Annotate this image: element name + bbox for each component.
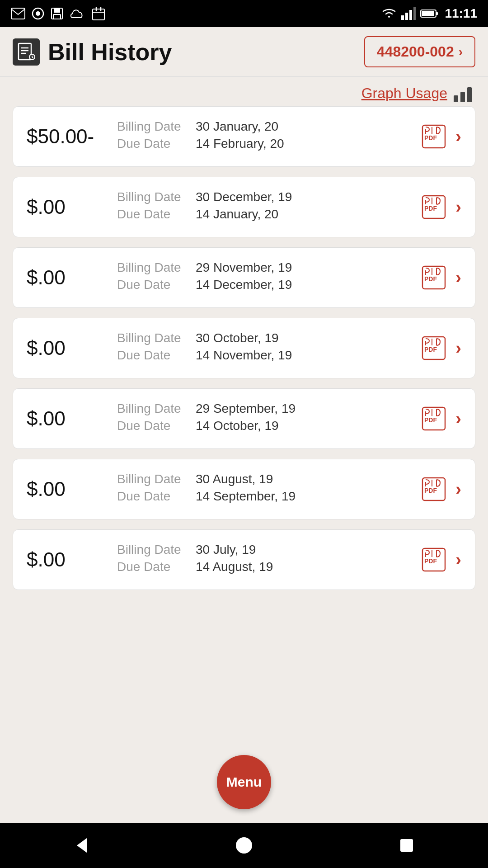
billing-date-value: 29 November, 19	[196, 260, 292, 275]
battery-icon	[420, 9, 438, 19]
svg-rect-5	[53, 14, 61, 19]
due-date-value: 14 September, 19	[196, 489, 296, 504]
due-date-label: Due Date	[117, 348, 189, 363]
save-icon	[51, 7, 63, 20]
bill-amount: $.00	[27, 478, 108, 500]
billing-date-row: Billing Date 30 August, 19	[117, 472, 420, 486]
bill-card[interactable]: $.00 Billing Date 29 September, 19 Due D…	[13, 388, 475, 449]
due-date-label: Due Date	[117, 419, 189, 433]
bar2	[460, 92, 465, 102]
billing-date-value: 30 October, 19	[196, 331, 279, 345]
billing-date-row: Billing Date 30 January, 20	[117, 119, 420, 134]
pdf-icon[interactable]: PDF	[420, 476, 447, 503]
billing-date-label: Billing Date	[117, 260, 189, 275]
calendar-icon	[92, 7, 105, 20]
due-date-value: 14 August, 19	[196, 560, 273, 574]
pdf-icon[interactable]: PDF	[420, 335, 447, 362]
bill-chevron-icon: ›	[455, 198, 461, 217]
page-title: Bill History	[48, 38, 172, 66]
billing-date-label: Billing Date	[117, 472, 189, 486]
bill-amount: $50.00-	[27, 125, 108, 148]
menu-fab-button[interactable]: Menu	[217, 755, 271, 809]
bill-dates: Billing Date 30 August, 19 Due Date 14 S…	[108, 472, 420, 506]
billing-date-value: 30 December, 19	[196, 190, 292, 204]
billing-date-row: Billing Date 30 July, 19	[117, 542, 420, 557]
svg-rect-15	[436, 12, 438, 15]
bill-card[interactable]: $.00 Billing Date 30 October, 19 Due Dat…	[13, 318, 475, 378]
due-date-label: Due Date	[117, 560, 189, 574]
graph-usage-bar: Graph Usage	[0, 77, 488, 106]
bottom-navigation	[0, 823, 488, 868]
svg-marker-46	[77, 838, 87, 853]
bill-card[interactable]: $.00 Billing Date 30 July, 19 Due Date 1…	[13, 529, 475, 590]
svg-text:PDF: PDF	[424, 205, 437, 212]
radio-icon	[32, 7, 44, 20]
signal-icon	[401, 7, 416, 20]
svg-point-47	[236, 837, 252, 854]
svg-point-2	[36, 11, 40, 16]
status-icons-right: 11:11	[381, 6, 477, 21]
account-number-button[interactable]: 448200-002 ›	[364, 36, 475, 67]
due-date-value: 14 December, 19	[196, 278, 292, 292]
svg-text:PDF: PDF	[424, 134, 437, 142]
due-date-row: Due Date 14 February, 20	[117, 137, 420, 151]
svg-text:PDF: PDF	[424, 275, 437, 283]
status-icons-left	[11, 7, 105, 20]
bill-card[interactable]: $.00 Billing Date 30 August, 19 Due Date…	[13, 459, 475, 519]
title-group: Bill History	[13, 38, 172, 66]
bill-amount: $.00	[27, 337, 108, 359]
billing-date-label: Billing Date	[117, 119, 189, 134]
pdf-icon[interactable]: PDF	[420, 405, 447, 432]
graph-usage-link[interactable]: Graph Usage	[361, 85, 447, 102]
svg-text:PDF: PDF	[424, 416, 437, 424]
top-bar: Bill History 448200-002 ›	[0, 27, 488, 77]
billing-date-value: 30 January, 20	[196, 119, 278, 134]
billing-date-label: Billing Date	[117, 331, 189, 345]
due-date-row: Due Date 14 December, 19	[117, 278, 420, 292]
pdf-icon[interactable]: PDF	[420, 193, 447, 221]
due-date-label: Due Date	[117, 489, 189, 504]
svg-text:PDF: PDF	[424, 346, 437, 353]
status-bar: 11:11	[0, 0, 488, 27]
bill-dates: Billing Date 29 September, 19 Due Date 1…	[108, 401, 420, 436]
pdf-icon[interactable]: PDF	[420, 264, 447, 291]
bill-list: $50.00- Billing Date 30 January, 20 Due …	[0, 106, 488, 746]
back-button[interactable]	[63, 832, 99, 859]
bill-dates: Billing Date 30 October, 19 Due Date 14 …	[108, 331, 420, 365]
account-chevron-icon: ›	[459, 45, 463, 59]
recents-button[interactable]	[389, 832, 425, 859]
due-date-row: Due Date 14 August, 19	[117, 560, 420, 574]
bill-card[interactable]: $50.00- Billing Date 30 January, 20 Due …	[13, 106, 475, 167]
bill-history-icon	[13, 38, 40, 66]
home-button[interactable]	[226, 832, 262, 859]
bill-dates: Billing Date 30 July, 19 Due Date 14 Aug…	[108, 542, 420, 577]
pdf-icon[interactable]: PDF	[420, 546, 447, 573]
due-date-label: Due Date	[117, 207, 189, 222]
bill-chevron-icon: ›	[455, 339, 461, 358]
svg-text:PDF: PDF	[424, 557, 437, 565]
due-date-row: Due Date 14 January, 20	[117, 207, 420, 222]
bill-card[interactable]: $.00 Billing Date 29 November, 19 Due Da…	[13, 247, 475, 308]
due-date-value: 14 January, 20	[196, 207, 278, 222]
billing-date-row: Billing Date 29 September, 19	[117, 401, 420, 416]
billing-date-value: 29 September, 19	[196, 401, 296, 416]
svg-rect-10	[401, 15, 404, 20]
recents-icon	[397, 835, 417, 855]
due-date-value: 14 October, 19	[196, 419, 279, 433]
billing-date-row: Billing Date 29 November, 19	[117, 260, 420, 275]
menu-fab-label: Menu	[226, 774, 262, 790]
due-date-row: Due Date 14 September, 19	[117, 489, 420, 504]
pdf-icon[interactable]: PDF	[420, 123, 447, 150]
fab-container: Menu	[0, 746, 488, 823]
bill-actions: PDF ›	[420, 546, 461, 573]
bill-chevron-icon: ›	[455, 550, 461, 570]
billing-date-value: 30 August, 19	[196, 472, 273, 486]
billing-date-row: Billing Date 30 December, 19	[117, 190, 420, 204]
bar-chart-icon	[454, 85, 472, 102]
due-date-label: Due Date	[117, 278, 189, 292]
bill-dates: Billing Date 30 January, 20 Due Date 14 …	[108, 119, 420, 154]
svg-rect-12	[409, 10, 412, 20]
due-date-row: Due Date 14 November, 19	[117, 348, 420, 363]
home-icon	[234, 835, 254, 855]
bill-card[interactable]: $.00 Billing Date 30 December, 19 Due Da…	[13, 177, 475, 237]
